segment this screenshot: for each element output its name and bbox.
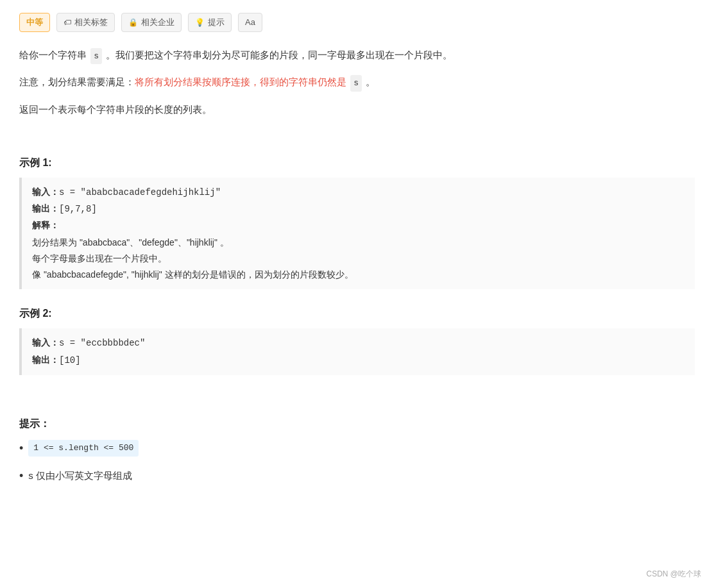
para2-suffix: 。: [363, 76, 375, 87]
example1-title: 示例 1:: [19, 154, 695, 171]
example1-explanation-label-row: 解释：: [32, 217, 684, 234]
bullet-2: •: [19, 467, 23, 485]
tag-hints[interactable]: 💡 提示: [188, 13, 232, 32]
example1-explanation-line3: 像 "ababcbacadefegde", "hijhklij" 这样的划分是错…: [32, 267, 684, 283]
para1-code: s: [90, 48, 102, 64]
hint-text-2: s 仅由小写英文字母组成: [28, 467, 132, 484]
tag-difficulty[interactable]: 中等: [19, 13, 50, 32]
description-para2: 注意，划分结果需要满足：将所有划分结果按顺序连接，得到的字符串仍然是 s 。: [19, 73, 695, 91]
example1-explanation-label: 解释：: [32, 220, 59, 230]
example2-output-value: [10]: [59, 355, 81, 365]
hints-title: 提示：: [19, 415, 695, 432]
example1-output-label: 输出：: [32, 203, 59, 214]
example1-input-label: 输入：: [32, 187, 59, 197]
example2-input-value: s = "eccbbbbdec": [59, 338, 145, 348]
description-para1: 给你一个字符串 s 。我们要把这个字符串划分为尽可能多的片段，同一字母最多出现在…: [19, 46, 695, 64]
description-para3: 返回一个表示每个字符串片段的长度的列表。: [19, 101, 695, 118]
tag-label-hints: 提示: [208, 15, 225, 29]
example1-output-value: [9,7,8]: [59, 204, 97, 214]
tag-icon-hints: 💡: [195, 16, 205, 29]
example2-title: 示例 2:: [19, 305, 695, 322]
example2-output-label: 输出：: [32, 355, 59, 365]
example2-box: 输入：s = "eccbbbbdec" 输出：[10]: [19, 328, 695, 374]
example2-input-label: 输入：: [32, 337, 59, 348]
example1-input-value: s = "ababcbacadefegdehijhklij": [59, 187, 221, 197]
tags-row: 中等 🏷 相关标签 🔒 相关企业 💡 提示 Aa: [19, 13, 695, 32]
para2-highlight: 将所有划分结果按顺序连接，得到的字符串仍然是: [135, 76, 349, 87]
difficulty-label: 中等: [26, 15, 43, 29]
example1-box: 输入：s = "ababcbacadefegdehijhklij" 输出：[9,…: [19, 178, 695, 289]
para2-code: s: [350, 75, 362, 91]
bullet-1: •: [19, 440, 23, 457]
tag-icon-tags: 🏷: [64, 16, 71, 29]
tag-font-size[interactable]: Aa: [238, 13, 262, 32]
tag-label-related-tags: 相关标签: [74, 15, 108, 29]
footer-credit: CSDN @吃个球: [646, 567, 701, 580]
example1-explanation-line2: 每个字母最多出现在一个片段中。: [32, 251, 684, 267]
example2-output-row: 输出：[10]: [32, 352, 684, 369]
para1-prefix: 给你一个字符串: [19, 49, 89, 60]
tag-icon-lock: 🔒: [128, 16, 138, 29]
hint-item-2: • s 仅由小写英文字母组成: [19, 467, 695, 485]
example1-explanation-line1: 划分结果为 "ababcbaca"、"defegde"、"hijhklij" 。: [32, 235, 684, 251]
para3-text: 返回一个表示每个字符串片段的长度的列表。: [19, 104, 212, 115]
para2-prefix: 注意，划分结果需要满足：: [19, 76, 135, 87]
tag-label-font: Aa: [245, 15, 255, 29]
example1-input-row: 输入：s = "ababcbacadefegdehijhklij": [32, 184, 684, 201]
example2-input-row: 输入：s = "eccbbbbdec": [32, 335, 684, 351]
para1-suffix: 。我们要把这个字符串划分为尽可能多的片段，同一字母最多出现在一个片段中。: [103, 49, 452, 60]
tag-related-companies[interactable]: 🔒 相关企业: [121, 13, 182, 32]
hint-item-1: • 1 <= s.length <= 500: [19, 440, 695, 457]
hint-code-1: 1 <= s.length <= 500: [28, 440, 139, 457]
tag-related-tags[interactable]: 🏷 相关标签: [56, 13, 115, 32]
tag-label-related-companies: 相关企业: [141, 15, 174, 29]
example1-output-row: 输出：[9,7,8]: [32, 201, 684, 217]
